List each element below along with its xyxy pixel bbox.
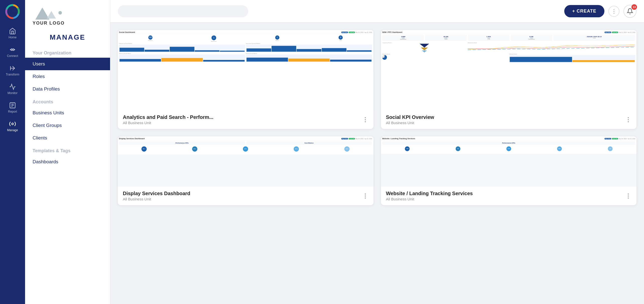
app-logo	[5, 4, 20, 19]
manage-icon	[9, 120, 16, 127]
topbar: + CREATE ⋮ 13	[110, 0, 644, 23]
transform-icon	[9, 65, 16, 72]
sidebar-item-dashboards[interactable]: Dashboards	[25, 156, 110, 168]
triangle-small	[47, 11, 56, 19]
sidebar-item-roles[interactable]: Roles	[25, 70, 110, 83]
sidebar-item-clients[interactable]: Clients	[25, 132, 110, 144]
create-button[interactable]: + CREATE	[564, 5, 604, 17]
notification-badge: 13	[631, 4, 637, 10]
nav-label-manage: Manage	[7, 128, 18, 132]
card-preview-2: SEM / PPC Dashboard Play Video Guide Me …	[381, 30, 637, 110]
nav-item-report[interactable]: Report	[0, 98, 25, 117]
card-preview-1: Social Dashboard Play Video Guide Me Mar…	[118, 30, 374, 110]
card-title-2: Social KPI Overview	[386, 114, 434, 120]
nav-item-connect[interactable]: Connect	[0, 43, 25, 61]
card-more-button-1[interactable]: ⋮	[362, 117, 369, 123]
logo-circle	[58, 11, 62, 15]
card-more-button-4[interactable]: ⋮	[625, 193, 631, 199]
sidebar-item-client-groups[interactable]: Client Groups	[25, 119, 110, 132]
svg-point-1	[11, 10, 15, 14]
manage-title: MANAGE	[25, 31, 110, 46]
sidebar: YOUR LOGO MANAGE Your Organization Users…	[25, 0, 110, 304]
card-more-button-2[interactable]: ⋮	[625, 117, 631, 123]
search-input[interactable]	[118, 5, 248, 17]
nav-item-monitor[interactable]: Monitor	[0, 80, 25, 98]
connect-icon	[9, 46, 16, 53]
card-preview-3: Display Services Dashboard Play Video Gu…	[118, 136, 374, 187]
card-website-landing: Website / Landing Tracking Services Play…	[381, 136, 637, 205]
nav-label-home: Home	[9, 36, 17, 39]
logo-triangles	[35, 8, 62, 20]
card-subtitle-3: All Business Unit	[123, 197, 190, 201]
more-options-button[interactable]: ⋮	[608, 6, 619, 17]
svg-point-9	[12, 123, 14, 125]
home-icon	[9, 28, 16, 35]
card-subtitle-4: All Business Unit	[386, 197, 473, 201]
sidebar-item-business-units[interactable]: Business Units	[25, 107, 110, 119]
main-content: + CREATE ⋮ 13 Social Dashboard	[110, 0, 644, 304]
nav-item-transform[interactable]: Transform	[0, 61, 25, 80]
monitor-icon	[9, 83, 16, 90]
section-label-accounts: Accounts	[25, 95, 110, 107]
card-info-4: Website / Landing Tracking Services All …	[381, 187, 637, 205]
card-title-3: Display Services Dashboard	[123, 191, 190, 196]
nav-label-connect: Connect	[7, 54, 18, 58]
card-title-4: Website / Landing Tracking Services	[386, 191, 473, 196]
topbar-right: + CREATE ⋮ 13	[564, 5, 636, 18]
logo-placeholder: YOUR LOGO	[33, 8, 65, 26]
section-label-org: Your Organization	[25, 46, 110, 58]
nav-item-manage[interactable]: Manage	[0, 117, 25, 135]
card-title-1: Analytics and Paid Search - Perform...	[123, 114, 213, 120]
notifications-button[interactable]: 13	[623, 5, 636, 18]
card-preview-4: Website / Landing Tracking Services Play…	[381, 136, 637, 187]
dashboard-grid: Social Dashboard Play Video Guide Me Mar…	[110, 23, 644, 304]
nav-label-transform: Transform	[6, 73, 19, 76]
card-social-kpi: SEM / PPC Dashboard Play Video Guide Me …	[381, 30, 637, 129]
nav-label-report: Report	[8, 110, 17, 113]
sidebar-item-data-profiles[interactable]: Data Profiles	[25, 83, 110, 95]
section-label-templates: Templates & Tags	[25, 144, 110, 156]
card-subtitle-1: All Business Unit	[123, 121, 213, 125]
card-display-services: Display Services Dashboard Play Video Gu…	[118, 136, 374, 205]
card-info-1: Analytics and Paid Search - Perform... A…	[118, 110, 374, 129]
report-icon	[9, 102, 16, 109]
icon-nav: Home Connect Transform Monitor Report	[0, 0, 25, 304]
card-more-button-3[interactable]: ⋮	[362, 193, 369, 199]
nav-label-monitor: Monitor	[8, 91, 18, 95]
card-analytics-paid-search: Social Dashboard Play Video Guide Me Mar…	[118, 30, 374, 129]
sidebar-item-users[interactable]: Users	[25, 58, 110, 70]
sidebar-logo-area: YOUR LOGO	[25, 0, 110, 31]
nav-item-home[interactable]: Home	[0, 24, 25, 43]
card-info-3: Display Services Dashboard All Business …	[118, 187, 374, 205]
card-subtitle-2: All Business Unit	[386, 121, 434, 125]
logo-text: YOUR LOGO	[33, 21, 65, 26]
card-info-2: Social KPI Overview All Business Unit ⋮	[381, 110, 637, 129]
more-dots-icon: ⋮	[611, 8, 616, 14]
